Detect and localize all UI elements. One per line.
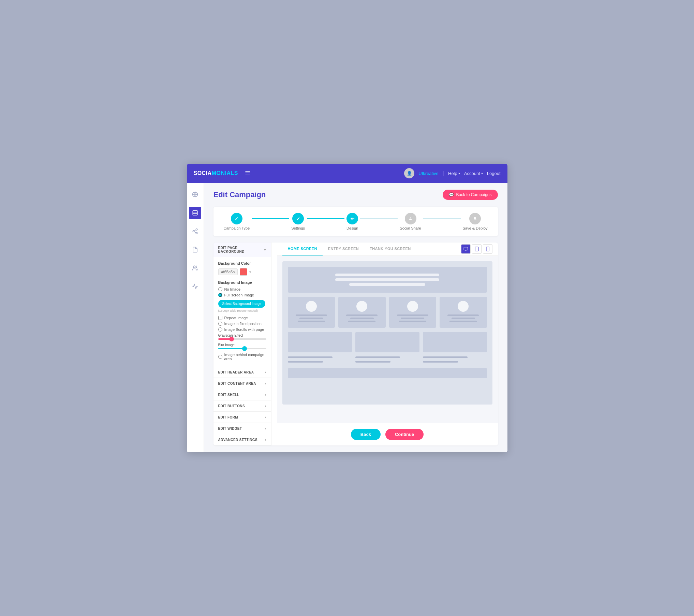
- mock-card-line-11: [452, 318, 475, 319]
- grayscale-slider-track[interactable]: [218, 338, 266, 340]
- editor-panel: EDIT PAGE BACKGROUND ▾ Background Color …: [213, 243, 498, 445]
- mock-card-line-10: [447, 314, 479, 316]
- step-design: ✏ Design: [346, 213, 358, 230]
- mock-card-line-6: [348, 321, 375, 322]
- nav-left: SOCIAMONIALS ☰: [194, 170, 250, 177]
- sidebar-item-globe[interactable]: [189, 188, 201, 201]
- preview-mockup: [282, 261, 492, 405]
- step-connector-2: [307, 218, 344, 219]
- mock-card-4: [440, 297, 487, 328]
- step-campaign-type: Campaign Type: [224, 213, 250, 230]
- step-label-settings: Settings: [291, 226, 305, 230]
- nav-divider: |: [443, 170, 444, 176]
- step-connector-1: [252, 218, 289, 219]
- tab-thank-you-screen[interactable]: THANK YOU SCREEN: [364, 243, 416, 255]
- right-panel: HOME SCREEN ENTRY SCREEN THANK YOU SCREE…: [277, 243, 498, 445]
- mock-card-line-1: [296, 314, 327, 316]
- step-circle-settings: [292, 213, 304, 224]
- mock-text-line-2: [288, 361, 323, 363]
- advanced-settings-section[interactable]: ADVANCED SETTINGS ›: [213, 434, 271, 445]
- desktop-view-button[interactable]: [461, 244, 471, 254]
- mock-avatar-3: [407, 301, 418, 312]
- radio-image-behind[interactable]: Image behind campaign area: [218, 353, 266, 361]
- mobile-view-button[interactable]: [483, 244, 492, 254]
- step-label-save-deploy: Save & Deploy: [463, 226, 488, 230]
- tablet-view-button[interactable]: [472, 244, 482, 254]
- nav-username[interactable]: UIkreative: [418, 171, 439, 176]
- mock-card-1: [288, 297, 335, 328]
- step-circle-campaign-type: [231, 213, 242, 224]
- select-background-image-button[interactable]: Select Background Image: [218, 300, 266, 308]
- mock-card-line-8: [401, 318, 424, 319]
- svg-point-7: [196, 232, 197, 234]
- blur-slider-track[interactable]: [218, 348, 266, 349]
- edit-shell-section[interactable]: EDIT SHELL ›: [213, 389, 271, 400]
- edit-form-section[interactable]: EDIT FORM ›: [213, 412, 271, 423]
- step-circle-design: ✏: [346, 213, 358, 224]
- step-save-deploy: 5 Save & Deploy: [463, 213, 488, 230]
- color-chevron-icon[interactable]: ▾: [249, 270, 251, 274]
- edit-buttons-section[interactable]: EDIT BUTTONS ›: [213, 400, 271, 412]
- sidebar-item-users[interactable]: [189, 262, 201, 274]
- radio-no-image[interactable]: No Image: [218, 287, 266, 291]
- back-icon: 💬: [449, 192, 454, 197]
- sidebar: [187, 183, 204, 452]
- mock-lines-under-images: [288, 356, 487, 364]
- view-icons: [461, 244, 492, 254]
- mock-image-box-3: [423, 332, 487, 352]
- edit-page-background-dropdown[interactable]: EDIT PAGE BACKGROUND ▾: [213, 243, 271, 257]
- sidebar-item-share[interactable]: [189, 225, 201, 237]
- mock-card-line-9: [399, 321, 426, 322]
- nav-help[interactable]: Help ▾: [448, 171, 460, 176]
- continue-button[interactable]: Continue: [385, 429, 424, 440]
- sidebar-item-analytics[interactable]: [189, 280, 201, 293]
- mock-text-line-3: [355, 356, 400, 358]
- svg-point-6: [193, 231, 194, 232]
- bg-image-radio-group: No Image Full screen Image: [218, 287, 266, 297]
- preview-area: [277, 256, 498, 423]
- nav-right: 👤 UIkreative | Help ▾ Account ▾ Logout: [404, 168, 500, 178]
- mock-header-line-1: [335, 274, 440, 276]
- back-button[interactable]: Back: [351, 429, 381, 440]
- dropdown-chevron-icon: ▾: [264, 248, 266, 252]
- edit-header-area-section[interactable]: EDIT HEADER AREA ›: [213, 367, 271, 378]
- logo-highlight: MONIALS: [212, 170, 238, 176]
- page-title: Edit Campaign: [213, 190, 266, 199]
- edit-widget-section[interactable]: EDIT WIDGET ›: [213, 423, 271, 434]
- step-social-share: 4 Social Share: [400, 213, 421, 230]
- edit-content-area-section[interactable]: EDIT CONTENT AREA ›: [213, 378, 271, 389]
- bg-color-label: Background Color: [218, 261, 266, 265]
- mock-footer-bar: [288, 368, 487, 378]
- mock-header-line-3: [349, 283, 425, 286]
- sidebar-item-campaigns[interactable]: [189, 207, 201, 219]
- header-area-chevron-icon: ›: [265, 370, 266, 374]
- mock-text-line-1: [288, 356, 333, 358]
- color-value-display: #f65a5a: [218, 268, 238, 275]
- grayscale-slider-thumb[interactable]: [229, 337, 234, 341]
- color-swatch[interactable]: [240, 268, 247, 276]
- account-chevron-icon: ▾: [481, 172, 483, 175]
- radio-image-scrolls[interactable]: Image Scrolls with page: [218, 327, 266, 332]
- back-to-campaigns-button[interactable]: 💬 Back to Campaigns: [443, 190, 498, 200]
- nav-logout[interactable]: Logout: [487, 171, 501, 176]
- blur-slider-thumb[interactable]: [242, 346, 247, 351]
- svg-line-8: [194, 232, 196, 233]
- content-area-chevron-icon: ›: [265, 381, 266, 385]
- tab-entry-screen[interactable]: ENTRY SCREEN: [323, 243, 364, 255]
- svg-rect-11: [464, 247, 468, 250]
- sidebar-item-document[interactable]: [189, 244, 201, 256]
- radio-fullscreen-image[interactable]: Full screen Image: [218, 293, 266, 297]
- nav-account[interactable]: Account ▾: [464, 171, 483, 176]
- radio-image-fixed[interactable]: Image in fixed position: [218, 322, 266, 326]
- tabs-header: HOME SCREEN ENTRY SCREEN THANK YOU SCREE…: [277, 243, 498, 256]
- mock-card-3: [389, 297, 437, 328]
- mock-header-line-2: [335, 278, 440, 281]
- checkbox-repeat-image[interactable]: Repeat Image: [218, 316, 266, 320]
- hamburger-menu[interactable]: ☰: [245, 170, 250, 177]
- panel-inner: Background Color #f65a5a ▾ Background Im…: [213, 257, 271, 367]
- tab-home-screen[interactable]: HOME SCREEN: [282, 243, 323, 255]
- mock-card-line-4: [346, 314, 378, 316]
- blur-label: Blur Image: [218, 343, 266, 347]
- bg-image-label: Background Image: [218, 280, 266, 284]
- mock-image-box-1: [288, 332, 352, 352]
